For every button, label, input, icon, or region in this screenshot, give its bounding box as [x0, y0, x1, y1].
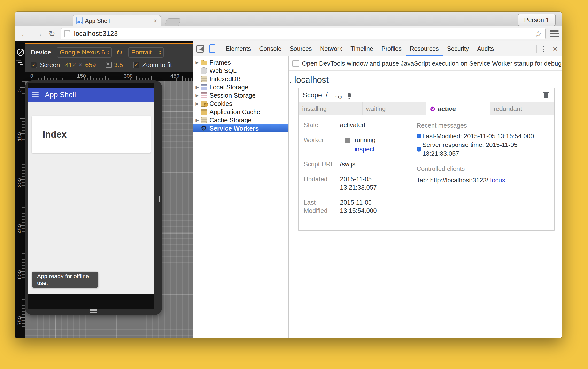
- sidebar-item-session-storage[interactable]: ▶Session Storage: [193, 91, 289, 100]
- sidebar-item-local-storage[interactable]: ▶Local Storage: [193, 83, 289, 91]
- lifecycle-tab-redundant[interactable]: ⚙redundant: [490, 102, 554, 115]
- update-service-worker-icon[interactable]: ↓: [334, 91, 342, 99]
- zoom-to-fit-label: Zoom to fit: [142, 61, 172, 69]
- sidebar-item-service-workers[interactable]: Service Workers: [193, 124, 289, 133]
- pause-on-sw-startup-checkbox[interactable]: [292, 60, 299, 67]
- ruler-label: 600: [16, 270, 23, 279]
- disable-cache-icon[interactable]: [17, 49, 24, 56]
- devtools-tab-audits[interactable]: Audits: [473, 41, 498, 56]
- browser-toolbar: ← → ↻ localhost:3123 ☆: [15, 26, 562, 41]
- select-arrows-icon: ▴▾: [107, 50, 109, 55]
- device-height-resize-handle[interactable]: [90, 309, 97, 313]
- browser-tab[interactable]: APP App Shell ×: [73, 15, 161, 26]
- devtools-tab-profiles[interactable]: Profiles: [377, 41, 406, 56]
- reload-icon[interactable]: ↻: [48, 29, 55, 38]
- database-gray-icon: [200, 67, 207, 74]
- devtools-tab-elements[interactable]: Elements: [222, 41, 255, 56]
- ruler-label: 450: [170, 73, 179, 79]
- gear-icon: ⚙: [430, 102, 435, 115]
- orientation-select[interactable]: Portrait – ▴▾: [128, 47, 164, 58]
- inspect-element-icon[interactable]: [196, 45, 204, 52]
- index-card-title: Index: [43, 129, 67, 140]
- url-text[interactable]: localhost:3123: [74, 30, 535, 38]
- sidebar-item-cache-storage[interactable]: ▶Cache Storage: [193, 116, 289, 124]
- devtools-tab-sources[interactable]: Sources: [286, 41, 316, 56]
- scope-label: Scope: /: [303, 91, 328, 99]
- updated-value: 2015-11-05 13:21:33.057: [340, 175, 377, 192]
- toolbar-divider: [128, 61, 128, 69]
- device-model-select[interactable]: Google Nexus 6 ▴▾: [57, 47, 112, 58]
- device-screen: App Shell Index App ready for offline us…: [28, 83, 154, 309]
- sidebar-item-indexeddb[interactable]: IndexedDB: [193, 75, 289, 83]
- stop-worker-icon[interactable]: [345, 138, 350, 143]
- back-icon[interactable]: ←: [20, 29, 29, 38]
- service-worker-details: State activated Worker running inspect: [299, 115, 554, 230]
- sidebar-item-cookies[interactable]: ▶Cookies: [193, 100, 289, 108]
- ruler-label: 750: [16, 316, 23, 325]
- network-throttle-icon[interactable]: [16, 60, 23, 66]
- offline-ready-toast: App ready for offline use.: [32, 272, 98, 288]
- expander-triangle-icon[interactable]: ▶: [194, 85, 200, 90]
- sidebar-item-label: Frames: [209, 59, 231, 66]
- screen-checkbox-label: Screen: [40, 61, 60, 69]
- ruler-label: 0: [16, 89, 23, 92]
- unregister-trash-icon[interactable]: [543, 92, 549, 99]
- devtools-tab-resources[interactable]: Resources: [406, 41, 443, 56]
- focus-link[interactable]: focus: [490, 176, 505, 184]
- horizontal-ruler: 0150300450: [25, 72, 193, 81]
- lifecycle-tab-installing[interactable]: ⚙installing: [299, 102, 363, 115]
- toast-text: App ready for offline use.: [37, 273, 98, 287]
- screen-width-field[interactable]: 412: [65, 61, 76, 69]
- expander-triangle-icon[interactable]: ▶: [194, 93, 200, 98]
- expander-triangle-icon[interactable]: ▶: [194, 60, 200, 65]
- ruler-label: 150: [16, 132, 23, 141]
- ruler-label: 450: [16, 224, 23, 233]
- recent-message: i Last-Modified: 2015-11-05 13:15:54.000: [417, 132, 549, 140]
- screen-checkbox[interactable]: ✓: [31, 62, 37, 68]
- lifecycle-tab-waiting[interactable]: ⚙waiting: [363, 102, 427, 115]
- devtools-tab-security[interactable]: Security: [443, 41, 473, 56]
- forward-icon[interactable]: →: [34, 29, 43, 38]
- devtools-toolbar: ElementsConsoleSourcesNetworkTimelinePro…: [193, 41, 562, 56]
- titlebar: APP App Shell × Person 1: [15, 12, 562, 26]
- browser-window: APP App Shell × Person 1 ← → ↻ localhost…: [15, 12, 562, 338]
- swap-dimensions-icon[interactable]: ↻: [116, 48, 123, 56]
- tab-close-icon[interactable]: ×: [154, 18, 157, 24]
- profile-button[interactable]: Person 1: [518, 14, 556, 26]
- devtools-tab-timeline[interactable]: Timeline: [346, 41, 377, 56]
- origin-heading: . localhost: [289, 75, 562, 85]
- devtools-more-icon[interactable]: ⋮: [540, 45, 547, 53]
- device-frame: App Shell Index App ready for offline us…: [25, 80, 162, 315]
- push-notification-icon[interactable]: [348, 93, 351, 97]
- chrome-menu-icon[interactable]: [550, 30, 559, 37]
- lifecycle-tab-label: active: [438, 102, 456, 115]
- expander-triangle-icon[interactable]: ▶: [194, 118, 200, 123]
- sidebar-item-frames[interactable]: ▶Frames: [193, 58, 289, 67]
- app-page-body: Index App ready for offline use.: [28, 102, 154, 294]
- screen-height-field[interactable]: 659: [85, 61, 96, 69]
- tab-title: App Shell: [85, 17, 154, 24]
- cookie-icon: [200, 101, 207, 107]
- lifecycle-tab-active[interactable]: ⚙active: [426, 102, 490, 115]
- zoom-to-fit-checkbox[interactable]: ✓: [133, 62, 139, 68]
- device-pixel-ratio-field[interactable]: 3.5: [114, 61, 123, 69]
- sidebar-item-web-sql[interactable]: Web SQL: [193, 67, 289, 75]
- device-width-resize-handle[interactable]: [157, 196, 162, 202]
- devtools-tab-console[interactable]: Console: [255, 41, 286, 56]
- device-mode-icon[interactable]: [209, 44, 215, 53]
- desktop-background: APP App Shell × Person 1 ← → ↻ localhost…: [0, 0, 588, 369]
- address-bar[interactable]: localhost:3123 ☆: [61, 28, 546, 40]
- inspect-link[interactable]: inspect: [355, 145, 376, 153]
- dimension-times-label: ×: [79, 61, 82, 69]
- table-blue-icon: [200, 84, 207, 90]
- bookmark-star-icon[interactable]: ☆: [535, 29, 542, 39]
- script-url-value: /sw.js: [340, 160, 356, 168]
- sidebar-item-application-cache[interactable]: Application Cache: [193, 108, 289, 116]
- devtools-tab-network[interactable]: Network: [316, 41, 347, 56]
- toolbar-divider: [536, 45, 537, 53]
- new-tab-button[interactable]: [165, 18, 181, 26]
- app-menu-icon[interactable]: [32, 92, 39, 97]
- expander-triangle-icon[interactable]: ▶: [194, 101, 200, 106]
- page-icon: [64, 30, 70, 37]
- devtools-close-icon[interactable]: ×: [553, 44, 557, 53]
